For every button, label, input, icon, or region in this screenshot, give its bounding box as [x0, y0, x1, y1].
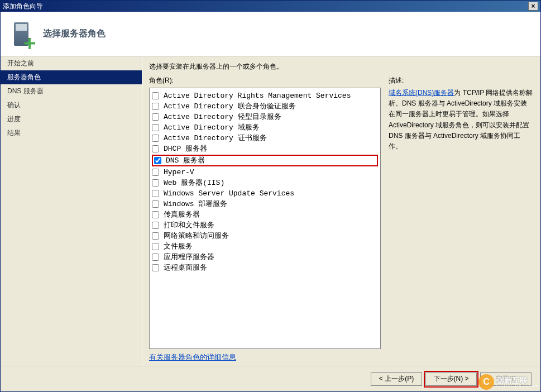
sidebar-item-5[interactable]: 结果	[1, 126, 142, 140]
role-row[interactable]: Active Directory 轻型目录服务	[152, 112, 378, 122]
role-label: Web 服务器(IIS)	[164, 178, 224, 188]
role-row[interactable]: 打印和文件服务	[152, 220, 378, 231]
close-button[interactable]: ×	[528, 2, 538, 11]
role-row[interactable]: 文件服务	[152, 241, 378, 252]
role-checkbox[interactable]	[152, 103, 159, 110]
brand-text: 创新互联	[496, 376, 539, 384]
role-checkbox[interactable]	[152, 169, 159, 176]
next-button[interactable]: 下一步(N) >	[425, 372, 477, 386]
wizard-body: 开始之前服务器角色DNS 服务器确认进度结果 选择要安装在此服务器上的一个或多个…	[1, 56, 540, 366]
role-label: DNS 服务器	[166, 156, 205, 165]
role-row[interactable]: Active Directory 域服务	[152, 122, 378, 133]
role-label: Hyper-V	[164, 168, 194, 177]
role-label: 远程桌面服务	[164, 263, 207, 273]
role-label: 应用程序服务器	[164, 252, 214, 262]
role-checkbox[interactable]	[152, 145, 159, 152]
brand-subtext: CHUANGXIN-HULIAN	[496, 384, 539, 388]
role-row[interactable]: DHCP 服务器	[152, 144, 378, 154]
role-label: Active Directory 证书服务	[164, 133, 267, 143]
role-label: 打印和文件服务	[164, 221, 214, 230]
brand-watermark: C 创新互联 CHUANGXIN-HULIAN	[478, 374, 539, 390]
description-text: 域名系统(DNS)服务器为 TCP/IP 网络提供名称解析。DNS 服务器与 A…	[389, 88, 534, 152]
description-body: 为 TCP/IP 网络提供名称解析。DNS 服务器与 ActiveDirecto…	[389, 89, 533, 150]
role-row[interactable]: 应用程序服务器	[152, 252, 378, 262]
role-label: Active Directory 联合身份验证服务	[164, 102, 296, 111]
role-checkbox[interactable]	[152, 113, 159, 121]
role-checkbox[interactable]	[152, 243, 159, 250]
roles-label: 角色(R):	[149, 76, 381, 85]
sidebar-item-3[interactable]: 确认	[1, 98, 142, 112]
brand-logo-icon: C	[478, 374, 494, 390]
role-checkbox[interactable]	[152, 222, 159, 229]
main-panel: 选择要安装在此服务器上的一个或多个角色。 角色(R): Active Direc…	[142, 56, 540, 366]
role-label: Active Directory Rights Management Servi…	[164, 91, 351, 101]
role-label: 传真服务器	[164, 210, 200, 219]
roles-details-link[interactable]: 有关服务器角色的详细信息	[149, 353, 236, 361]
role-row[interactable]: 传真服务器	[152, 209, 378, 220]
role-checkbox[interactable]	[152, 190, 159, 197]
role-checkbox[interactable]	[154, 157, 161, 164]
sidebar-item-0[interactable]: 开始之前	[1, 56, 142, 70]
role-row[interactable]: Web 服务器(IIS)	[152, 178, 378, 188]
wizard-header: 选择服务器角色	[1, 12, 540, 56]
role-row[interactable]: 网络策略和访问服务	[152, 231, 378, 241]
role-row[interactable]: DNS 服务器	[152, 155, 378, 166]
role-label: DHCP 服务器	[164, 144, 207, 154]
role-label: Active Directory 轻型目录服务	[164, 112, 281, 122]
role-checkbox[interactable]	[152, 254, 159, 261]
role-label: 网络策略和访问服务	[164, 231, 229, 241]
role-checkbox[interactable]	[152, 232, 159, 240]
titlebar: 添加角色向导 ×	[1, 1, 540, 12]
role-row[interactable]: Active Directory 联合身份验证服务	[152, 101, 378, 112]
sidebar-item-4[interactable]: 进度	[1, 112, 142, 126]
role-label: Active Directory 域服务	[164, 123, 260, 132]
role-row[interactable]: Windows Server Update Services	[152, 188, 378, 199]
role-row[interactable]: Active Directory Rights Management Servi…	[152, 90, 378, 101]
role-checkbox[interactable]	[152, 135, 159, 142]
sidebar-item-2[interactable]: DNS 服务器	[1, 84, 142, 98]
role-checkbox[interactable]	[152, 179, 159, 187]
page-title: 选择服务器角色	[43, 28, 106, 40]
instruction-text: 选择要安装在此服务器上的一个或多个角色。	[149, 62, 534, 71]
role-checkbox[interactable]	[152, 264, 159, 271]
sidebar-item-1[interactable]: 服务器角色	[1, 70, 142, 84]
role-checkbox[interactable]	[152, 92, 159, 99]
previous-button[interactable]: < 上一步(P)	[371, 372, 422, 386]
description-link[interactable]: 域名系统(DNS)服务器	[389, 89, 454, 97]
role-row[interactable]: 远程桌面服务	[152, 262, 378, 273]
sidebar: 开始之前服务器角色DNS 服务器确认进度结果	[1, 56, 142, 366]
role-label: 文件服务	[164, 242, 193, 251]
wizard-window: 添加角色向导 × 选择服务器角色 开始之前服务器角色DNS 服务器确认进度结果 …	[0, 0, 541, 392]
role-label: Windows 部署服务	[164, 199, 227, 209]
roles-listbox[interactable]: Active Directory Rights Management Servi…	[149, 88, 381, 349]
role-checkbox[interactable]	[152, 124, 159, 131]
window-title: 添加角色向导	[3, 2, 43, 11]
description-label: 描述:	[389, 76, 534, 85]
role-label: Windows Server Update Services	[164, 189, 294, 198]
role-checkbox[interactable]	[152, 200, 159, 208]
close-icon: ×	[531, 3, 535, 9]
role-checkbox[interactable]	[152, 211, 159, 218]
role-row[interactable]: Hyper-V	[152, 167, 378, 178]
wizard-footer: < 上一步(P) 下一步(N) > 安装(I) C 创新互联 CHUANGXIN…	[1, 366, 540, 391]
server-add-icon	[12, 20, 34, 48]
role-row[interactable]: Active Directory 证书服务	[152, 133, 378, 144]
role-row[interactable]: Windows 部署服务	[152, 199, 378, 209]
